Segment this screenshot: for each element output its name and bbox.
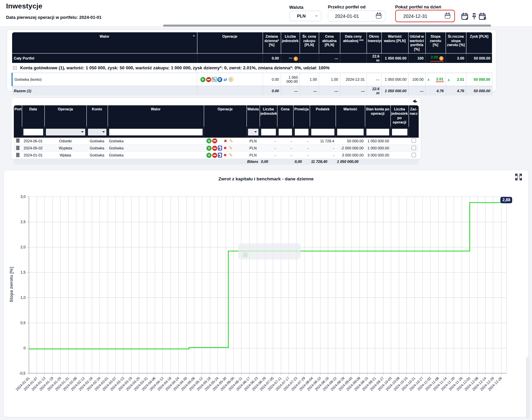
row-select-checkbox[interactable]: [412, 153, 416, 157]
row-select-checkbox[interactable]: [412, 146, 416, 150]
col-liczba-jednostek[interactable]: Liczba jednostek: [281, 32, 300, 54]
col-port: Port: [14, 105, 22, 127]
undo-icon: [411, 99, 418, 105]
add-operation-icon[interactable]: +: [206, 146, 212, 151]
filter-liczba-po-input[interactable]: [392, 129, 408, 136]
show-on-date-value: 2024-12-31: [403, 13, 427, 19]
operations-table-card: Port Data Operacja Konto Walor Operacje …: [11, 98, 421, 160]
calendar-edit-button[interactable]: [461, 12, 469, 21]
delete-icon[interactable]: ✖: [223, 138, 228, 143]
operation-row: 2024-01-01 Wpłata Gotówka Gotówka + ✖ ✎ …: [14, 152, 419, 159]
portfolio-icon[interactable]: [16, 138, 20, 143]
calendar-remove-button[interactable]: [478, 12, 487, 21]
calendar-icon[interactable]: [445, 13, 450, 19]
remove-operation-icon[interactable]: [212, 138, 217, 143]
portfolio-table-card: Walor▲ Operacje Zmiana dzienna* [%] Licz…: [7, 30, 496, 92]
balance-row: Bilans 0,00 0,00 11 728,40 1 050 000,00: [14, 159, 419, 165]
delete-icon[interactable]: ✖: [223, 153, 228, 158]
row-name: Razem (1): [12, 86, 197, 96]
pin-button[interactable]: [470, 12, 479, 21]
col-zmiana-dzienna[interactable]: Zmiana dzienna* [%]: [263, 32, 281, 54]
recalc-from-value: 2024-01-01: [335, 13, 359, 19]
undo-button[interactable]: [411, 99, 418, 105]
col-walor[interactable]: Walor▲: [12, 32, 197, 54]
remove-operation-icon[interactable]: [212, 153, 217, 158]
col-udzial[interactable]: Udział w wartości portfela [%]: [408, 32, 425, 54]
edit-icon[interactable]: ✎: [229, 138, 234, 143]
copy-document-icon[interactable]: [218, 146, 222, 150]
collapse-group-button[interactable]: −: [13, 66, 17, 70]
table-row-sum: Razem (1) 0.00 --- --- --- --- 22.6 m 1 …: [12, 86, 492, 96]
col-liczba-jednostek: Liczba jednostek: [260, 105, 277, 127]
history-icon[interactable]: ◷: [229, 77, 233, 82]
calendar-icon[interactable]: [376, 13, 381, 19]
pin-icon: [470, 12, 478, 21]
col-okres[interactable]: Okres inwestycji: [367, 32, 381, 54]
filter-cena-input[interactable]: [278, 129, 292, 136]
col-wartosc-waloru[interactable]: Wartość waloru [PLN]: [381, 32, 408, 54]
row-name: Gotówka (konto): [12, 73, 197, 86]
currency-select[interactable]: PLN: [289, 11, 321, 21]
filter-data-input[interactable]: [23, 129, 43, 136]
col-operacje: Operacje: [204, 105, 246, 127]
col-wartosc: Wartość: [336, 105, 365, 127]
operations-table: Port Data Operacja Konto Walor Operacje …: [14, 105, 419, 165]
filter-liczba-input[interactable]: [261, 129, 276, 136]
operation-row: 2024-05-02 Wypłata Gotówka Gotówka + ✖ ✎…: [14, 145, 419, 152]
fading-tooltip: [238, 243, 301, 259]
transfer-icon[interactable]: ⇄: [223, 77, 228, 82]
col-sr-cena-zakupu[interactable]: Śr. cena zakupu [PLN]: [300, 32, 319, 54]
caret-up-icon: ∧: [427, 78, 430, 81]
filter-operacja-select[interactable]: [46, 129, 85, 136]
filter-waluta-select[interactable]: [248, 129, 259, 136]
remove-operation-icon[interactable]: [212, 146, 217, 151]
col-konto: Konto: [86, 105, 108, 127]
row-select-checkbox[interactable]: [412, 138, 416, 143]
filter-walor-input[interactable]: [109, 129, 203, 136]
caret-up-icon: ∧: [448, 78, 450, 82]
show-on-date-input[interactable]: 2024-12-31: [395, 10, 455, 22]
portfolio-icon[interactable]: [16, 146, 20, 150]
svg-text:3,0: 3,0: [21, 195, 26, 199]
info-icon[interactable]: i: [439, 56, 444, 61]
portfolio-icon[interactable]: [16, 153, 20, 157]
page-scrollbar-thumb[interactable]: [526, 357, 530, 419]
horizontal-scrollbar-thumb[interactable]: [163, 25, 491, 27]
col-stopa-zwrotu[interactable]: Stopa zwrotu [%]: [425, 32, 446, 54]
col-zysk[interactable]: Zysk [PLN]: [466, 32, 492, 54]
svg-text:-0,5: -0,5: [19, 371, 26, 375]
filter-konto-select[interactable]: [88, 129, 107, 136]
recalc-from-label: Przelicz portfel od: [328, 4, 366, 9]
operation-row: 2024-06-01 Odsetki Gotówka Gotówka + ✖ ✎…: [14, 138, 419, 145]
col-cena-aktualna[interactable]: Cena aktualna [PLN]: [319, 32, 340, 54]
filter-wartosc-input[interactable]: [337, 129, 364, 136]
zero-icon[interactable]: 0: [217, 77, 222, 82]
chevron-down-icon: [81, 131, 84, 134]
excel-percent-icon[interactable]: %: [212, 77, 217, 82]
col-sr-roczna[interactable]: Śr.roczna stopa zwrotu [%]: [446, 32, 466, 54]
col-waluta: Waluta: [246, 105, 260, 127]
col-cena: Cena: [277, 105, 293, 127]
return-line-chart: -0,500,51,01,52,02,53,02024-01-012024-01…: [4, 170, 529, 418]
chevron-down-icon: [254, 131, 257, 134]
delete-icon[interactable]: ✖: [223, 146, 228, 151]
svg-text:0,5: 0,5: [21, 321, 26, 325]
edit-icon[interactable]: ✎: [228, 153, 233, 158]
edit-icon[interactable]: ✎: [228, 146, 233, 151]
recalc-from-date-input[interactable]: 2024-01-01: [328, 10, 386, 22]
info-icon[interactable]: i: [294, 57, 298, 61]
remove-operation-icon[interactable]: [206, 77, 211, 82]
balance-label: Bilans: [14, 159, 260, 165]
col-operacje[interactable]: Operacje: [197, 32, 263, 54]
add-operation-icon[interactable]: +: [206, 153, 212, 158]
filter-podatek-input[interactable]: [311, 129, 335, 136]
col-data-ceny[interactable]: Data ceny aktualnej ***: [340, 32, 367, 54]
filter-prowizja-input[interactable]: [295, 129, 309, 136]
add-operation-icon[interactable]: +: [206, 138, 212, 143]
add-operation-icon[interactable]: +: [200, 77, 205, 82]
calendar-x-icon: [478, 12, 487, 21]
row-name: Cały Portfel: [12, 54, 197, 63]
copy-document-icon[interactable]: [218, 153, 222, 158]
filter-stan-konta-input[interactable]: [366, 129, 389, 136]
top-bar: Inwestycje Data pierwszej operacji w por…: [0, 0, 532, 26]
